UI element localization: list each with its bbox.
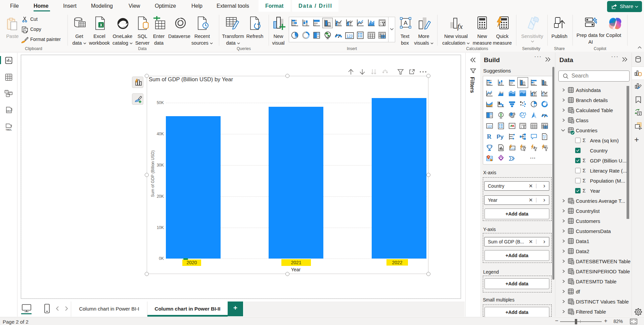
svg-text:fx: fx: [457, 22, 463, 31]
svg-text:A: A: [404, 20, 408, 26]
svg-text:123: 123: [487, 125, 492, 128]
svg-text:123: 123: [347, 34, 353, 38]
svg-text:TMDL: TMDL: [6, 129, 12, 131]
svg-text:X: X: [100, 23, 102, 28]
svg-text:DAX: DAX: [6, 110, 11, 112]
